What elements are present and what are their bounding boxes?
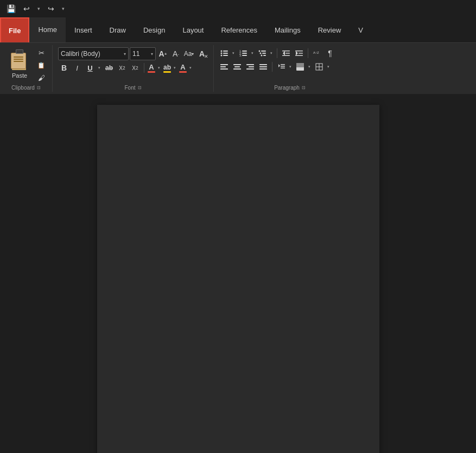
tab-design[interactable]: Design bbox=[135, 17, 174, 42]
paste-button[interactable]: Paste bbox=[5, 47, 34, 91]
shading-dropdown[interactable]: ▾ bbox=[307, 61, 312, 73]
font-color-group: A ▾ bbox=[147, 62, 162, 74]
line-spacing-dropdown[interactable]: ▾ bbox=[288, 61, 293, 73]
strikethrough-button[interactable]: ab bbox=[103, 62, 115, 74]
ribbon-tabs: File Home Insert Draw Design Layout Refe… bbox=[0, 17, 476, 42]
svg-rect-37 bbox=[259, 66, 267, 67]
clear-formatting-button[interactable]: A ✕ bbox=[196, 48, 208, 60]
para-sep-1 bbox=[277, 48, 277, 58]
line-spacing-button[interactable] bbox=[275, 61, 287, 73]
font-size-selector[interactable]: 11 ▾ bbox=[130, 47, 156, 60]
svg-rect-36 bbox=[259, 64, 267, 65]
svg-rect-28 bbox=[220, 66, 226, 67]
paste-label: Paste bbox=[12, 72, 27, 79]
bold-button[interactable]: B bbox=[58, 62, 70, 74]
svg-rect-42 bbox=[281, 68, 285, 69]
paste-special-button[interactable]: 🖌 bbox=[36, 72, 47, 83]
svg-rect-23 bbox=[295, 51, 303, 52]
font-name-selector[interactable]: Calibri (Body) ▾ bbox=[58, 47, 129, 60]
text-color-button[interactable]: A bbox=[179, 62, 187, 73]
tab-layout[interactable]: Layout bbox=[174, 17, 212, 42]
svg-rect-35 bbox=[246, 68, 254, 70]
paragraph-expand-icon[interactable]: ⊡ bbox=[302, 85, 306, 90]
subscript-button[interactable]: X2 bbox=[116, 62, 128, 74]
svg-rect-11 bbox=[242, 55, 247, 56]
highlight-button[interactable]: ab bbox=[163, 63, 172, 73]
undo-dropdown[interactable]: ▾ bbox=[35, 5, 42, 12]
font-row-2: B I U ▾ ab X2 X2 A bbox=[58, 62, 193, 74]
document-page[interactable] bbox=[97, 105, 379, 453]
tab-review[interactable]: Review bbox=[309, 17, 350, 42]
underline-button[interactable]: U bbox=[84, 62, 96, 74]
svg-rect-3 bbox=[223, 53, 228, 54]
tab-references[interactable]: References bbox=[212, 17, 265, 42]
cut-button[interactable]: ✂ bbox=[36, 47, 47, 58]
shrink-font-button[interactable]: A- bbox=[170, 48, 182, 60]
copy-button[interactable]: 📋 bbox=[36, 60, 47, 71]
align-center-button[interactable] bbox=[231, 61, 243, 73]
svg-marker-39 bbox=[278, 64, 280, 67]
borders-dropdown[interactable]: ▾ bbox=[326, 61, 331, 73]
tab-file[interactable]: File bbox=[0, 17, 29, 42]
sort-button[interactable]: A↑Z bbox=[311, 47, 323, 59]
show-formatting-button[interactable]: ¶ bbox=[324, 47, 336, 59]
font-group: Calibri (Body) ▾ 11 ▾ A+ A- Aa▾ A ✕ bbox=[53, 45, 214, 92]
align-left-button[interactable] bbox=[218, 61, 230, 73]
grow-font-button[interactable]: A+ bbox=[157, 48, 169, 60]
svg-rect-25 bbox=[295, 55, 303, 56]
superscript-button[interactable]: X2 bbox=[129, 62, 141, 74]
svg-rect-19 bbox=[282, 51, 290, 52]
decrease-indent-button[interactable] bbox=[280, 47, 292, 59]
svg-rect-38 bbox=[259, 68, 267, 70]
numbering-dropdown[interactable]: ▾ bbox=[250, 47, 255, 59]
increase-indent-button[interactable] bbox=[293, 47, 305, 59]
tab-draw[interactable]: Draw bbox=[101, 17, 135, 42]
svg-rect-1 bbox=[223, 51, 228, 52]
svg-point-14 bbox=[260, 53, 262, 54]
font-expand-icon[interactable]: ⊡ bbox=[138, 85, 142, 90]
font-color-bar bbox=[148, 71, 155, 73]
svg-point-2 bbox=[221, 53, 223, 54]
multilevel-button[interactable] bbox=[256, 47, 268, 59]
save-button[interactable]: 💾 bbox=[4, 3, 18, 14]
undo-button[interactable]: ↩ bbox=[21, 3, 32, 14]
font-group-label: Font bbox=[124, 85, 135, 91]
multilevel-group: ▾ bbox=[256, 47, 274, 59]
bullets-dropdown[interactable]: ▾ bbox=[231, 47, 236, 59]
qat-dropdown[interactable]: ▾ bbox=[60, 5, 67, 12]
tab-home[interactable]: Home bbox=[29, 17, 66, 42]
text-color-dropdown[interactable]: ▾ bbox=[188, 62, 193, 74]
title-bar: 💾 ↩ ▾ ↪ ▾ bbox=[0, 0, 476, 17]
svg-rect-5 bbox=[223, 55, 228, 56]
underline-dropdown[interactable]: ▾ bbox=[97, 62, 102, 74]
borders-group: ▾ bbox=[313, 61, 331, 73]
clipboard-expand-icon[interactable]: ⊡ bbox=[37, 85, 41, 90]
bullets-button[interactable] bbox=[218, 47, 230, 59]
para-row-1: ▾ 1. 2. 3. ▾ bbox=[218, 47, 336, 59]
align-right-button[interactable] bbox=[244, 61, 256, 73]
tab-insert[interactable]: Insert bbox=[66, 17, 101, 42]
svg-rect-13 bbox=[261, 51, 266, 52]
justify-button[interactable] bbox=[257, 61, 269, 73]
multilevel-dropdown[interactable]: ▾ bbox=[269, 47, 274, 59]
borders-button[interactable] bbox=[313, 61, 325, 73]
shading-group: ▾ bbox=[294, 61, 312, 73]
paragraph-group: ▾ 1. 2. 3. ▾ bbox=[214, 45, 366, 92]
svg-rect-30 bbox=[233, 64, 241, 65]
svg-rect-21 bbox=[282, 55, 290, 56]
highlight-dropdown[interactable]: ▾ bbox=[172, 62, 177, 74]
shading-button[interactable] bbox=[294, 61, 306, 73]
tab-mailings[interactable]: Mailings bbox=[266, 17, 309, 42]
bullets-group: ▾ bbox=[218, 47, 236, 59]
numbering-button[interactable]: 1. 2. 3. bbox=[237, 47, 249, 59]
redo-button[interactable]: ↪ bbox=[46, 3, 56, 14]
font-color-dropdown[interactable]: ▾ bbox=[156, 62, 162, 74]
tab-view[interactable]: V bbox=[350, 17, 372, 42]
italic-button[interactable]: I bbox=[71, 62, 83, 74]
change-case-button[interactable]: Aa▾ bbox=[183, 48, 195, 60]
font-color-button[interactable]: A bbox=[147, 62, 156, 73]
svg-text:3.: 3. bbox=[239, 54, 242, 57]
underline-group: U ▾ bbox=[84, 62, 102, 74]
font-separator-1 bbox=[144, 63, 144, 73]
text-color-bar bbox=[179, 71, 187, 73]
